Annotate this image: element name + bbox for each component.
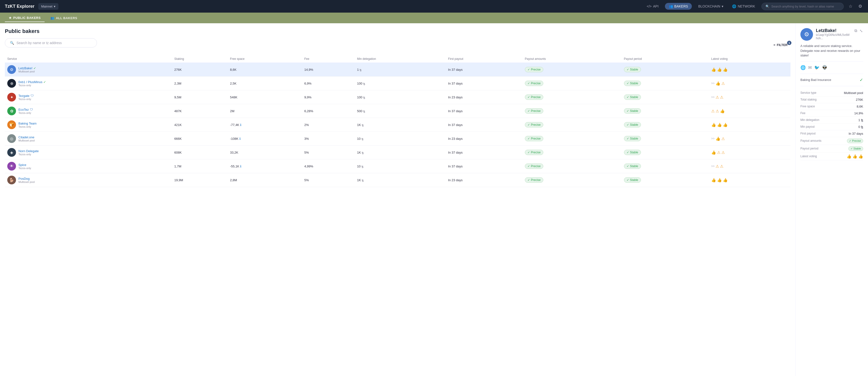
table-row[interactable]: ◎ Citadel.one Multisset pool 666K-108K ℹ… [5, 132, 790, 146]
vote-up-icon: 👍 [723, 123, 728, 127]
table-row[interactable]: 🍞 Baking Team Tezos-only 421K-77,4K ℹ2%1… [5, 118, 790, 132]
detail-voting: 👍 👍 👍 [847, 154, 863, 159]
vote-up-icon: 👍 [711, 67, 716, 72]
precise-icon: ✓ [528, 95, 530, 99]
fee-cell: 6,9% [302, 76, 355, 90]
search-input[interactable] [771, 5, 840, 8]
table-row[interactable]: ◈ Norn Delegate Tezos-only 608K33,2K5%1K… [5, 146, 790, 159]
detail-row-payout-period: Payout period✓Stable [800, 145, 863, 153]
payout-amounts-cell: ✓Precise [522, 146, 622, 159]
filter-button[interactable]: ≡ FILTER 1 [771, 42, 790, 48]
info-icon[interactable]: ℹ [240, 164, 241, 168]
table-row[interactable]: ✿ EcoTez 🛡 Tezos-only 487K2M6,28%500 ꜩIn… [5, 104, 790, 118]
baker-info: Spice Tezos-only [19, 163, 31, 169]
verified-icon: ✓ [43, 80, 46, 84]
baker-detail-address: tz1aqcYgG6NuViML5vdWhoh... [816, 33, 851, 40]
column-header-service[interactable]: Service [5, 55, 172, 63]
baker-name-link[interactable]: Norn Delegate [19, 149, 39, 153]
info-icon[interactable]: ℹ [240, 137, 241, 140]
tez-symbol: ꜩ [362, 179, 364, 182]
table-row[interactable]: 🐕 PosDog Multisset pool 19,9M2,8M5%1K ꜩI… [5, 173, 790, 187]
baker-avatar: 🍞 [7, 120, 16, 129]
vote-warn-icon: ⚠ [720, 95, 723, 100]
insurance-check-icon: ✓ [860, 77, 863, 83]
column-header-free-space[interactable]: Free space [227, 55, 302, 63]
detail-value: 8,6K [857, 105, 863, 108]
vote-warn-icon: ⚠ [717, 150, 720, 155]
network-link[interactable]: 🌐 NETWORK [730, 3, 757, 10]
payout-amounts-badge: ✓Precise [525, 136, 543, 141]
blockchain-link[interactable]: BLOCKCHAIN ▾ [696, 3, 726, 10]
baker-name-link[interactable]: LetzBake! ✓ [19, 66, 36, 70]
copy-address-button[interactable]: ⧉ [854, 28, 858, 34]
subnav-public-bakers[interactable]: ★ PUBLIC BAKERS [5, 14, 44, 22]
brand-logo: TzKT Explorer [5, 4, 34, 9]
vote-warn-icon: ⚠ [721, 81, 725, 86]
baker-search-bar[interactable]: 🔍 [5, 38, 97, 48]
website-icon[interactable]: 🌐 [800, 65, 806, 70]
first-payout-cell: In 37 days [446, 118, 522, 132]
payout-amounts-badge: ✓Precise [525, 94, 543, 100]
table-row[interactable]: ✦ Tezgate 🛡 Tezos-only 9,5M548K9,9%100 ꜩ… [5, 90, 790, 104]
baker-name-link[interactable]: PosDog [19, 177, 35, 181]
vote-up-icon2: 👍 [858, 154, 863, 159]
column-header-staking[interactable]: Staking [172, 55, 227, 63]
vote-down-icon: 👍 [847, 154, 851, 159]
column-header-first-payout[interactable]: First payout [446, 55, 522, 63]
api-link[interactable]: </> API [644, 3, 661, 10]
baker-service-cell: ⊕ 0xb1 / PlusMinus ✓ Tezos-only [5, 76, 172, 90]
info-icon[interactable]: ℹ [240, 123, 241, 127]
payout-period-badge: ✓Stable [624, 81, 641, 86]
payout-amounts-cell: ✓Precise [522, 104, 622, 118]
column-header-payout-amounts[interactable]: Payout amounts [522, 55, 622, 63]
stable-icon: ✓ [627, 164, 629, 168]
payout-amounts-cell: ✓Precise [522, 173, 622, 187]
baker-type: Multisset pool [19, 70, 36, 73]
baker-name-link[interactable]: 0xb1 / PlusMinus ✓ [19, 80, 46, 84]
detail-row-payout-amounts: Payout amounts✓Precise [800, 137, 863, 145]
reddit-icon[interactable]: 👽 [822, 65, 827, 70]
baker-name-link[interactable]: EcoTez 🛡 [19, 108, 33, 112]
baker-name-link[interactable]: Tezgate 🛡 [19, 94, 34, 98]
baker-service-cell: ⚙ LetzBake! ✓ Multisset pool [5, 63, 172, 76]
column-header-latest-voting[interactable]: Latest voting [709, 55, 790, 63]
search-bar[interactable]: 🔍 [762, 3, 844, 10]
latest-voting-cell: >>👍⚠ [709, 76, 790, 90]
precise-icon: ✓ [528, 178, 530, 182]
email-icon[interactable]: ✉ [808, 65, 812, 70]
min-delegation-cell: 100 ꜩ [355, 90, 446, 104]
search-icon: 🔍 [766, 5, 769, 8]
detail-rows: Service typeMultisset poolTotal staking2… [800, 90, 863, 160]
table-row[interactable]: ⊕ 0xb1 / PlusMinus ✓ Tezos-only 2,3M2,5K… [5, 76, 790, 90]
subnav-all-bakers[interactable]: 👥 ALL BAKERS [46, 14, 81, 22]
latest-voting-cell: >>👍⚠ [709, 132, 790, 146]
favorites-icon[interactable]: ☆ [848, 3, 854, 10]
shield-icon: 🛡 [30, 108, 33, 112]
column-header-fee[interactable]: Fee [302, 55, 355, 63]
column-header-payout-period[interactable]: Payout period [622, 55, 709, 63]
baker-name-link[interactable]: Baking Team [19, 122, 37, 125]
share-button[interactable]: ⤡ [859, 28, 863, 34]
settings-icon[interactable]: ⚙ [857, 3, 863, 10]
table-row[interactable]: ⚙ LetzBake! ✓ Multisset pool 276K8,6K14,… [5, 63, 790, 76]
baker-detail-name: LetzBake! [816, 28, 851, 33]
voting-icons: 👍⚠⚠ [711, 150, 788, 155]
min-delegation-cell: 500 ꜩ [355, 104, 446, 118]
baker-search-input[interactable] [17, 41, 92, 45]
baker-row: ✿ EcoTez 🛡 Tezos-only [7, 106, 169, 115]
voting-icons: >>👍⚠ [711, 136, 788, 141]
payout-period-badge: ✓Stable [624, 94, 641, 100]
fee-cell: 2% [302, 118, 355, 132]
payout-period-cell: ✓Stable [622, 63, 709, 76]
payout-period-cell: ✓Stable [622, 76, 709, 90]
baker-name-link[interactable]: Spice [19, 163, 31, 167]
network-selector[interactable]: Mainnet ▾ [38, 3, 58, 10]
detail-precise-badge: ✓Precise [847, 138, 863, 143]
bakers-link[interactable]: 👥 BAKERS [665, 3, 692, 10]
baker-name-link[interactable]: Citadel.one [19, 135, 35, 139]
insurance-row: Baking Bad Insurance ✓ [800, 77, 863, 86]
twitter-icon[interactable]: 🐦 [814, 65, 819, 70]
fee-cell: 4,99% [302, 159, 355, 173]
table-row[interactable]: 👁 Spice Tezos-only 1,7M-55,1K ℹ4,99%10 ꜩ… [5, 159, 790, 173]
column-header-min-delegation[interactable]: Min delegation [355, 55, 446, 63]
